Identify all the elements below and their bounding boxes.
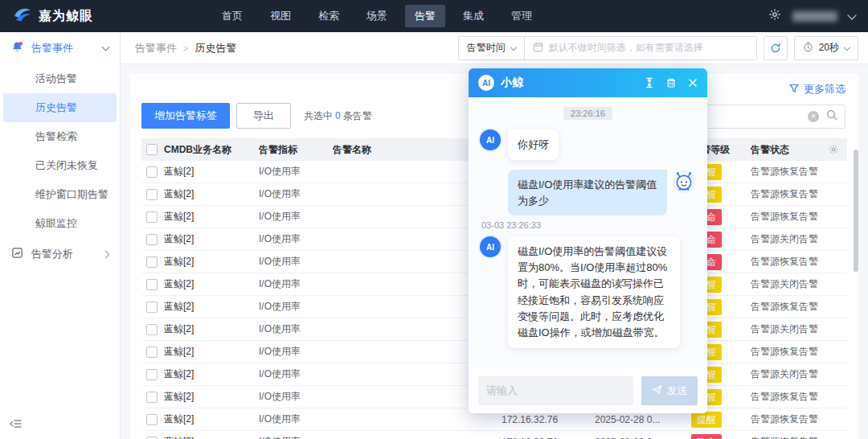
nav-item[interactable]: 检索	[309, 5, 349, 27]
ai-avatar: AI	[480, 129, 501, 150]
cell-metric: I/O使用率	[259, 277, 333, 291]
row-checkbox[interactable]	[146, 302, 158, 313]
chat-header[interactable]: AI 小鲸	[469, 68, 707, 97]
refresh-interval-select[interactable]: 20秒	[794, 36, 858, 60]
settings-gear-icon[interactable]	[768, 8, 781, 24]
search-icon[interactable]	[826, 109, 837, 124]
column-settings-gear-icon[interactable]	[828, 144, 847, 155]
table-row[interactable]: 蓝鲸[2] I/O使用率 172.16.32.76 2025-02-28 0..…	[141, 431, 847, 439]
row-checkbox[interactable]	[146, 324, 158, 335]
logo-whale-icon	[13, 5, 32, 27]
row-checkbox[interactable]	[146, 437, 158, 439]
cell-biz: 蓝鲸[2]	[164, 232, 259, 246]
close-icon[interactable]	[688, 78, 698, 88]
col-header-biz[interactable]: CMDB业务名称	[164, 143, 259, 157]
col-header-status[interactable]: 告警状态	[744, 143, 828, 157]
sidebar-group-alert-analysis[interactable]: 告警分析	[0, 238, 120, 270]
row-checkbox[interactable]	[146, 279, 158, 290]
timer-icon	[803, 42, 813, 55]
refresh-button[interactable]	[764, 36, 788, 60]
row-checkbox[interactable]	[146, 414, 158, 425]
clear-chat-trash-icon[interactable]	[665, 77, 677, 88]
nav-item[interactable]: 告警	[405, 5, 445, 27]
nav-item[interactable]: 场景	[357, 5, 397, 27]
logo-text: 嘉为鲸眼	[39, 8, 93, 25]
level-badge: 提醒	[691, 412, 722, 428]
sidebar-group-alert-events[interactable]: 告警事件	[0, 32, 120, 64]
sidebar-item[interactable]: 告警检索	[3, 122, 117, 151]
cell-biz: 蓝鲸[2]	[164, 300, 259, 314]
user-question-bubble: 磁盘I/O使用率建议的告警阈值为多少	[508, 170, 667, 215]
cell-biz: 蓝鲸[2]	[164, 210, 259, 224]
add-alarm-tag-button[interactable]: 增加告警标签	[141, 103, 230, 129]
user-name-masked[interactable]	[792, 11, 837, 22]
row-checkbox[interactable]	[146, 189, 158, 200]
breadcrumb-current: 历史告警	[194, 41, 236, 55]
sidebar-collapse-icon[interactable]	[10, 418, 23, 433]
row-checkbox[interactable]	[146, 347, 158, 358]
sidebar-item[interactable]: 历史告警	[3, 93, 117, 122]
table-scrollbar[interactable]	[854, 150, 858, 272]
cell-metric: I/O使用率	[259, 435, 333, 439]
cell-status: 告警源恢复告警	[744, 210, 828, 224]
select-all-checkbox[interactable]	[146, 144, 158, 155]
cell-metric: I/O使用率	[259, 187, 333, 201]
cell-biz: 蓝鲸[2]	[164, 165, 259, 178]
cell-status: 告警源恢复告警	[744, 300, 828, 314]
export-button[interactable]: 导出	[236, 103, 291, 129]
date-placeholder: 默认不做时间筛选，如有需要请选择	[549, 41, 703, 55]
nav-item[interactable]: 首页	[212, 5, 252, 27]
more-filters-link[interactable]: 更多筛选	[789, 82, 845, 96]
user-chevron-down-icon[interactable]	[847, 10, 856, 19]
time-field-label: 告警时间	[467, 41, 506, 55]
chat-timestamp: 23:26:16	[563, 107, 612, 120]
sidebar-item[interactable]: 已关闭未恢复	[3, 151, 117, 180]
cell-status: 告警源恢复告警	[744, 255, 828, 269]
app-logo[interactable]: 嘉为鲸眼	[13, 5, 93, 27]
cell-biz: 蓝鲸[2]	[164, 435, 259, 439]
breadcrumb-parent[interactable]: 告警事件	[135, 41, 177, 55]
sidebar-item[interactable]: 维护窗口期告警	[3, 180, 117, 209]
sidebar-children: 活动告警 历史告警 告警检索 已关闭未恢复 维护窗口期告警 鲸眼监控	[0, 64, 120, 238]
chat-input-bar: 请输入 发送	[469, 368, 707, 413]
row-checkbox[interactable]	[146, 256, 158, 268]
top-navbar: 嘉为鲸眼 首页 视图 检索 场景 告警 集成 管理	[0, 0, 868, 32]
filter-controls: 告警时间 默认不做时间筛选，如有需要请选择 20秒	[458, 36, 858, 60]
nav-item[interactable]: 管理	[502, 5, 542, 27]
chevron-down-icon	[844, 43, 850, 50]
chat-header-icons	[645, 77, 698, 88]
ai-avatar: AI	[480, 236, 501, 257]
cell-biz: 蓝鲸[2]	[164, 412, 259, 426]
app-window: 嘉为鲸眼 首页 视图 检索 场景 告警 集成 管理	[0, 0, 868, 439]
sidebar-group-label: 告警分析	[31, 247, 73, 261]
row-checkbox[interactable]	[146, 392, 158, 403]
cell-biz: 蓝鲸[2]	[164, 345, 259, 359]
sidebar-item[interactable]: 活动告警	[3, 64, 117, 93]
row-checkbox[interactable]	[146, 166, 158, 178]
send-label: 发送	[667, 384, 688, 398]
analysis-icon	[11, 247, 23, 261]
chat-text-input[interactable]: 请输入	[478, 376, 633, 405]
col-header-metric[interactable]: 告警指标	[259, 143, 333, 157]
breadcrumb: 告警事件 > 历史告警	[135, 41, 236, 55]
selected-count-info: 共选中0条告警	[304, 109, 372, 123]
row-checkbox[interactable]	[146, 211, 158, 223]
ai-answer-bubble: 磁盘I/O使用率的告警阈值建议设置为80%。当I/O使用率超过80%时，可能表示…	[508, 236, 680, 348]
funnel-icon	[789, 84, 799, 96]
time-field-select[interactable]: 告警时间	[459, 37, 525, 59]
cell-metric: I/O使用率	[259, 345, 333, 359]
nav-item[interactable]: 集成	[453, 5, 493, 27]
table-toolbar: 增加告警标签 导出 共选中0条告警	[141, 103, 372, 129]
user-message: 磁盘I/O使用率建议的告警阈值为多少	[480, 170, 696, 215]
cell-status: 告警源关闭告警	[744, 277, 828, 291]
clear-search-icon[interactable]: ×	[808, 111, 819, 122]
date-range-input[interactable]: 默认不做时间筛选，如有需要请选择	[525, 37, 756, 59]
cell-time: 2025-02-28 0...	[595, 437, 682, 439]
row-checkbox[interactable]	[146, 369, 158, 380]
resize-icon[interactable]	[645, 77, 654, 88]
sidebar-item[interactable]: 鲸眼监控	[3, 209, 117, 238]
nav-item[interactable]: 视图	[260, 5, 301, 27]
row-checkbox[interactable]	[146, 234, 158, 245]
send-button[interactable]: 发送	[641, 376, 698, 405]
sidebar-group-label: 告警事件	[31, 41, 73, 55]
